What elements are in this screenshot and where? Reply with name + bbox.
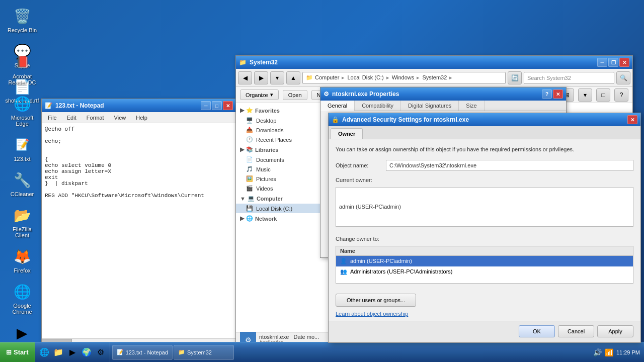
network-nav-icon: 🌐 — [246, 215, 253, 222]
firefox-image: 🦊 — [12, 246, 32, 266]
tab-owner[interactable]: Owner — [331, 128, 363, 139]
nav-pictures[interactable]: 🖼️ Pictures — [236, 174, 329, 184]
tab-compatibility[interactable]: Compatibility — [355, 101, 401, 111]
start-label: Start — [14, 348, 29, 356]
owner-item-administrators[interactable]: 👥 Administrators (USER-PC\Administrators… — [336, 266, 633, 277]
notepad-maximize-btn[interactable]: □ — [212, 101, 222, 110]
cancel-label: Cancel — [568, 328, 585, 334]
other-users-button[interactable]: Other users or groups... — [336, 294, 416, 307]
notepad-content-area[interactable]: @echo off echo; { echo select volume 0 e… — [42, 123, 236, 338]
favorites-header[interactable]: ▶ ⭐ Favorites — [236, 105, 329, 116]
open-label: Open — [288, 92, 302, 98]
open-button[interactable]: Open — [283, 90, 307, 100]
properties-title-text: ntoskrnl.exe Properties — [332, 90, 399, 98]
tab-digital-signatures[interactable]: Digital Signatures — [401, 101, 459, 111]
network-header[interactable]: ▶ 🌐 Network — [236, 213, 329, 224]
123txt-image: 📝 — [12, 135, 32, 155]
view-toggle-button[interactable]: ▾ — [578, 88, 592, 102]
explorer-minimize-btn[interactable]: ─ — [597, 58, 607, 67]
properties-close-btn[interactable]: ✕ — [553, 89, 563, 99]
notepad-file-menu[interactable]: File — [44, 114, 61, 122]
notepad-close-btn[interactable]: ✕ — [223, 101, 233, 110]
edge-icon[interactable]: 🌐 Microsoft Edge — [4, 92, 40, 129]
nav-videos[interactable]: 🎬 Videos — [236, 184, 329, 193]
ok-label: OK — [533, 328, 541, 334]
notepad-edit-menu[interactable]: Edit — [63, 114, 80, 122]
organize-button[interactable]: Organize ▾ — [240, 89, 279, 100]
tray-speaker-icon[interactable]: 🔊 — [593, 348, 602, 356]
filezilla-icon[interactable]: 📂 FileZilla Client — [4, 203, 40, 240]
start-button[interactable]: ⊞ Start — [0, 342, 35, 362]
acrobat-label: AcrobatReader DC — [8, 73, 36, 85]
tray-network-icon[interactable]: 📶 — [605, 348, 613, 356]
nav-documents[interactable]: 📄 Documents — [236, 155, 329, 164]
disk-nav-icon: 💾 — [246, 205, 253, 212]
videos-nav-icon: 🎬 — [246, 185, 253, 192]
ql-ie-icon[interactable]: 🌐 — [38, 346, 50, 358]
videos-nav-label: Videos — [256, 186, 273, 192]
quick-launch-area: 🌐 📁 ▶ 🌍 ⚙ — [35, 342, 110, 362]
ql-browser-icon[interactable]: 🌍 — [80, 346, 93, 358]
properties-help-btn[interactable]: ? — [542, 89, 552, 99]
security-close-btn[interactable]: ✕ — [627, 115, 637, 124]
ql-settings-icon[interactable]: ⚙ — [95, 346, 107, 358]
nav-desktop[interactable]: 🖥️ Desktop — [236, 116, 329, 125]
search-bar[interactable]: Search System32 — [524, 72, 614, 84]
notepad-titlebar[interactable]: 📝 123.txt - Notepad ─ □ ✕ — [42, 99, 236, 112]
libraries-header[interactable]: ▶ 📚 Libraries — [236, 144, 329, 155]
search-text: Search System32 — [527, 75, 571, 81]
learn-ownership-link[interactable]: Learn about object ownership — [336, 311, 633, 317]
notepad-minimize-btn[interactable]: ─ — [201, 101, 211, 110]
owner-item-admin[interactable]: 👤 admin (USER-PC\admin) — [336, 256, 633, 266]
tab-size[interactable]: Size — [459, 101, 484, 111]
forward-button[interactable]: ▶ — [254, 71, 268, 84]
taskbar-explorer[interactable]: 📁 System32 — [174, 345, 234, 360]
recent-pages-button[interactable]: ▾ — [270, 71, 284, 84]
apply-button[interactable]: Apply — [597, 325, 633, 337]
pictures-nav-icon: 🖼️ — [246, 175, 253, 182]
nav-music[interactable]: 🎵 Music — [236, 164, 329, 174]
chrome-label: Google Chrome — [6, 303, 38, 315]
object-name-row: Object name: C:\Windows\System32\ntoskrn… — [336, 160, 633, 171]
ql-folder-icon[interactable]: 📁 — [52, 346, 64, 358]
nav-downloads[interactable]: 📥 Downloads — [236, 125, 329, 135]
computer-header[interactable]: ▼ 💻 Computer — [236, 193, 329, 204]
security-titlebar[interactable]: 🔒 Advanced Security Settings for ntoskrn… — [329, 113, 640, 126]
explorer-title-icon: 📁 — [239, 59, 247, 66]
acrobat-icon[interactable]: 📕 AcrobatReader DC — [4, 50, 40, 87]
up-button[interactable]: ▲ — [286, 71, 300, 84]
ccleaner-icon[interactable]: 🔧 CCleaner — [4, 168, 40, 199]
nav-recent-places[interactable]: 🕐 Recent Places — [236, 135, 329, 144]
explorer-title-text: System32 — [250, 59, 278, 66]
back-button[interactable]: ◀ — [238, 71, 252, 84]
tab-general[interactable]: General — [320, 101, 355, 111]
123txt-icon[interactable]: 📝 123.txt — [4, 133, 40, 164]
explorer-restore-btn[interactable]: ❐ — [608, 58, 618, 67]
pictures-nav-label: Pictures — [256, 176, 276, 182]
firefox-icon[interactable]: 🦊 Firefox — [4, 244, 40, 276]
cancel-button[interactable]: Cancel — [558, 325, 594, 337]
help-button[interactable]: ? — [614, 88, 628, 102]
recycle-bin-icon[interactable]: 🗑️ Recycle Bin — [4, 4, 40, 35]
apply-label: Apply — [608, 328, 622, 334]
address-bar[interactable]: 📁 Computer ▸ Local Disk (C:) ▸ Windows ▸… — [302, 72, 506, 84]
ql-media-icon[interactable]: ▶ — [66, 346, 78, 358]
notepad-help-menu[interactable]: Help — [132, 114, 151, 122]
notepad-menubar: File Edit Format View Help — [42, 112, 236, 123]
explorer-close-btn[interactable]: ✕ — [619, 58, 629, 67]
notepad-format-menu[interactable]: Format — [83, 114, 108, 122]
chrome-icon[interactable]: 🌐 Google Chrome — [4, 280, 40, 317]
favorites-label: Favorites — [255, 108, 280, 114]
ok-button[interactable]: OK — [519, 325, 555, 337]
properties-titlebar[interactable]: ⚙ ntoskrnl.exe Properties ? ✕ — [320, 87, 566, 101]
downloads-nav-icon: 📥 — [246, 127, 253, 133]
search-button[interactable]: 🔍 — [616, 71, 630, 84]
refresh-button[interactable]: 🔄 — [508, 71, 522, 84]
taskbar-notepad[interactable]: 📝 123.txt - Notepad — [112, 345, 173, 360]
preview-button[interactable]: □ — [596, 88, 610, 102]
nav-local-disk[interactable]: 💾 Local Disk (C:) — [236, 204, 329, 213]
explorer-titlebar[interactable]: 📁 System32 ─ ❐ ✕ — [236, 56, 632, 69]
taskbar-explorer-label: System32 — [187, 349, 212, 355]
recent-nav-label: Recent Places — [256, 137, 292, 143]
notepad-view-menu[interactable]: View — [110, 114, 130, 122]
